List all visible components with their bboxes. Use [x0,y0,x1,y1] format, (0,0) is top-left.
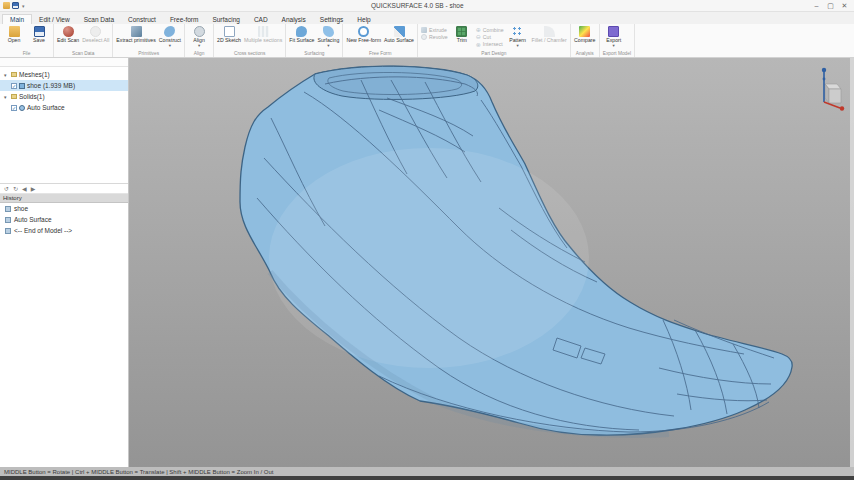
save-button[interactable]: Save [28,25,50,44]
edit-scan-button[interactable]: Edit Scan [57,25,79,44]
tab-scan-data[interactable]: Scan Data [77,15,121,24]
viewport-scrollbar[interactable] [850,58,854,467]
pattern-icon [512,26,523,37]
save-icon [34,26,45,37]
align-button[interactable]: Align ▾ [188,25,210,48]
title-bar: ▾ QUICKSURFACE 4.0 SB - shoe – ▢ ✕ [0,0,854,12]
group-label-align: Align [188,50,210,57]
history-item-auto-surface[interactable]: Auto Surface [0,214,128,225]
history-toolbar: ↺ ↻ ◀ ▶ [0,184,128,194]
ribbon-group-export-model: Export ▾ Export Model [600,24,635,57]
history-item-shoe[interactable]: shoe [0,203,128,214]
export-icon [608,26,619,37]
quick-open-icon[interactable] [3,2,10,9]
group-label-analysis: Analysis [574,50,596,57]
minimize-button[interactable]: – [810,2,823,10]
extrude-button[interactable]: Extrude [421,27,448,33]
extrude-icon [421,27,427,33]
multiple-sections-button[interactable]: Multiple sections [244,25,282,44]
history-step-back-icon[interactable]: ◀ [22,185,27,192]
expander-icon[interactable]: ▾ [4,72,9,78]
viewport-3d[interactable] [129,58,854,467]
tree-item-meshes[interactable]: ▾ Meshes(1) [0,69,128,80]
tab-edit-view[interactable]: Edit / View [32,15,77,24]
tree-item-auto-surface[interactable]: ✓ Auto Surface [0,102,128,113]
orientation-triad[interactable] [811,62,847,116]
extract-primitives-button[interactable]: Extract primitives [116,25,156,44]
deselect-all-button[interactable]: Deselect All [82,25,109,44]
model-tree-header [0,58,128,67]
group-label-file: File [3,50,50,57]
shoe-last-model[interactable] [129,58,853,467]
quick-save-icon[interactable] [12,2,19,9]
tab-cad[interactable]: CAD [247,15,275,24]
ribbon-group-scan-data: Edit Scan Deselect All Scan Data [54,24,113,57]
trim-button[interactable]: Trim [451,25,473,44]
trim-icon [456,26,467,37]
tab-analysis[interactable]: Analysis [275,15,313,24]
mesh-icon [19,83,25,89]
fillet-chamfer-button[interactable]: Fillet / Chamfer [532,25,567,44]
model-tree: ▾ Meshes(1) ✓ shoe (1.939 MB) ▾ Solids(1… [0,67,128,184]
auto-surface-button[interactable]: Auto Surface [384,25,414,44]
window-controls: – ▢ ✕ [810,2,851,10]
combine-button[interactable]: ⊕ Combine [476,27,504,33]
solids-folder-icon [11,94,17,99]
history-surface-icon [5,217,11,223]
new-free-form-button[interactable]: New Free-form [346,25,381,44]
history-redo-icon[interactable]: ↻ [13,185,18,192]
group-label-export-model: Export Model [603,50,631,57]
tab-free-form[interactable]: Free-form [163,15,206,24]
compare-icon [579,26,590,37]
construct-dropdown-icon[interactable]: ▾ [169,44,171,49]
cut-button[interactable]: ⊖ Cut [476,34,504,40]
history-header: History [0,194,128,203]
tab-help[interactable]: Help [350,15,377,24]
export-button[interactable]: Export ▾ [603,25,625,48]
meshes-folder-icon [11,72,17,77]
ribbon-group-cross-sections: 2D Sketch Multiple sections Cross sectio… [214,24,286,57]
maximize-button[interactable]: ▢ [824,2,837,10]
group-label-cross-sections: Cross sections [217,50,282,57]
visibility-checkbox[interactable]: ✓ [11,83,17,89]
history-item-end-of-model[interactable]: <-- End of Model --> [0,225,128,236]
sidebar-empty-area [0,236,128,467]
align-dropdown-icon[interactable]: ▾ [198,44,200,49]
visibility-checkbox[interactable]: ✓ [11,105,17,111]
tab-construct[interactable]: Construct [121,15,163,24]
ribbon-group-primitives: Extract primitives Construct ▾ Primitive… [113,24,185,57]
fit-surface-icon [296,26,307,37]
export-dropdown-icon[interactable]: ▾ [613,44,615,49]
history-step-forward-icon[interactable]: ▶ [31,185,36,192]
surfacing-dropdown-icon[interactable]: ▾ [327,44,329,49]
compare-button[interactable]: Compare [574,25,596,44]
history-undo-icon[interactable]: ↺ [4,185,9,192]
fit-surface-button[interactable]: Fit Surface [289,25,314,44]
tab-settings[interactable]: Settings [313,15,351,24]
close-button[interactable]: ✕ [838,2,851,10]
tree-item-shoe[interactable]: ✓ shoe (1.939 MB) [0,80,128,91]
tab-surfacing[interactable]: Surfacing [205,15,246,24]
fillet-chamfer-icon [544,26,555,37]
construct-button[interactable]: Construct ▾ [159,25,181,48]
auto-surface-icon [394,26,405,37]
mouse-hint-text: MIDDLE Button = Rotate | Ctrl + MIDDLE B… [4,469,273,475]
surfacing-button[interactable]: Surfacing ▾ [317,25,339,48]
tab-main[interactable]: Main [2,14,32,24]
revolve-icon [421,34,427,40]
pattern-dropdown-icon[interactable]: ▾ [516,44,518,49]
new-free-form-icon [358,26,369,37]
open-icon [9,26,20,37]
revolve-button[interactable]: Revolve [421,34,448,40]
expander-icon[interactable]: ▾ [4,94,9,100]
2d-sketch-button[interactable]: 2D Sketch [217,25,241,44]
intersect-button[interactable]: ⊗ Intersect [476,41,504,47]
combine-icon: ⊕ [476,27,481,33]
history-list: shoe Auto Surface <-- End of Model --> [0,203,128,236]
open-button[interactable]: Open [3,25,25,44]
pattern-button[interactable]: Pattern ▾ [507,25,529,48]
tree-item-solids[interactable]: ▾ Solids(1) [0,91,128,102]
quick-access-toolbar: ▾ [3,2,25,9]
window-title: QUICKSURFACE 4.0 SB - shoe [25,2,810,9]
ribbon-tab-bar: Main Edit / View Scan Data Construct Fre… [0,12,854,24]
